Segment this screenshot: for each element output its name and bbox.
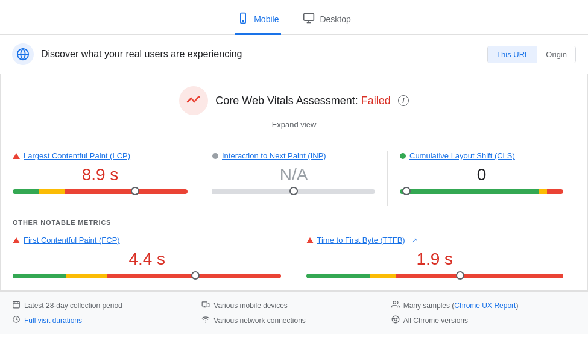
- ttfb-marker: [456, 271, 464, 280]
- fcp-bar: [13, 274, 282, 278]
- lcp-header: Largest Contentful Paint (LCP): [13, 151, 188, 160]
- assessment-icon: [179, 86, 208, 115]
- url-origin-toggle: This URL Origin: [487, 46, 576, 63]
- inp-marker: [289, 187, 298, 195]
- svg-rect-2: [304, 14, 314, 21]
- inp-value: N/A: [212, 165, 375, 184]
- ttfb-yellow-seg: [370, 274, 396, 278]
- lcp-red-seg: [65, 189, 188, 194]
- cls-indicator: [400, 153, 406, 159]
- lcp-bar: [13, 189, 188, 194]
- cls-bar: [400, 189, 563, 194]
- header-left: Discover what your real users are experi…: [12, 43, 242, 65]
- lcp-yellow-seg: [39, 189, 66, 194]
- cls-marker: [402, 187, 411, 195]
- ttfb-indicator: [306, 237, 314, 243]
- mobile-icon: [237, 12, 249, 26]
- header-bar: Discover what your real users are experi…: [0, 35, 588, 74]
- network-icon: [201, 315, 210, 325]
- ttfb-track: [306, 274, 564, 278]
- other-metrics-section: OTHER NOTABLE METRICS First Contentful P…: [13, 209, 575, 290]
- fcp-green-seg: [13, 274, 66, 278]
- svg-rect-14: [202, 302, 207, 306]
- assessment-status: Failed: [361, 95, 391, 107]
- header-title: Discover what your real users are experi…: [41, 49, 242, 60]
- origin-button[interactable]: Origin: [537, 46, 575, 63]
- tab-bar: Mobile Desktop: [0, 0, 588, 35]
- calendar-icon: [12, 300, 21, 310]
- devices-icon: [201, 300, 210, 310]
- cls-yellow-seg: [539, 189, 547, 194]
- metric-fcp: First Contentful Paint (FCP) 4.4 s: [13, 236, 294, 290]
- metric-inp: Interaction to Next Paint (INP) N/A: [200, 151, 388, 206]
- footer-collection-text: Latest 28-day collection period: [24, 301, 122, 310]
- ttfb-red-seg: [396, 274, 563, 278]
- metric-ttfb: Time to First Byte (TTFB) ↗ 1.9 s: [294, 236, 576, 290]
- other-metrics-label: OTHER NOTABLE METRICS: [13, 219, 575, 226]
- ttfb-green-seg: [306, 274, 371, 278]
- users-icon: [391, 300, 400, 310]
- tab-desktop[interactable]: Desktop: [300, 7, 353, 35]
- cls-value: 0: [400, 165, 563, 184]
- main-content: Core Web Vitals Assessment: Failed i Exp…: [0, 74, 588, 291]
- inp-bar: [212, 189, 375, 194]
- footer-item-chrome: All Chrome versions: [391, 315, 576, 325]
- ttfb-external-icon: ↗: [411, 236, 417, 245]
- fcp-value: 4.4 s: [13, 249, 282, 269]
- fcp-marker: [191, 271, 200, 280]
- timer-icon: [12, 315, 21, 325]
- metric-lcp: Largest Contentful Paint (LCP) 8.9 s: [13, 151, 200, 206]
- cls-name[interactable]: Cumulative Layout Shift (CLS): [409, 151, 515, 160]
- desktop-icon: [303, 12, 315, 26]
- lcp-value: 8.9 s: [13, 165, 188, 184]
- fcp-yellow-seg: [66, 274, 107, 278]
- full-visit-link[interactable]: Full visit durations: [24, 316, 82, 325]
- ttfb-header: Time to First Byte (TTFB) ↗: [306, 236, 564, 245]
- footer-network-text: Various network connections: [213, 316, 306, 325]
- ttfb-bar: [306, 274, 564, 278]
- footer-item-visits: Full visit durations: [12, 315, 197, 325]
- footer-chrome-text: All Chrome versions: [403, 316, 468, 325]
- svg-line-6: [188, 98, 191, 102]
- fcp-indicator: [13, 237, 20, 243]
- cls-green-seg: [400, 189, 539, 194]
- svg-line-8: [194, 97, 198, 102]
- cls-red-seg: [547, 189, 563, 194]
- lcp-green-seg: [13, 189, 39, 194]
- svg-rect-10: [13, 301, 20, 308]
- footer-item-network: Various network connections: [201, 315, 386, 325]
- chrome-ux-report-link[interactable]: Chrome UX Report: [454, 301, 516, 310]
- expand-view-button[interactable]: Expand view: [272, 120, 317, 129]
- tab-mobile[interactable]: Mobile: [235, 7, 281, 35]
- this-url-button[interactable]: This URL: [488, 46, 537, 63]
- lcp-indicator: [13, 153, 20, 159]
- svg-point-17: [393, 301, 396, 304]
- footer-item-devices: Various mobile devices: [201, 300, 386, 310]
- assessment-title: Core Web Vitals Assessment: Failed: [215, 95, 390, 107]
- assessment-info-icon[interactable]: i: [398, 95, 409, 106]
- fcp-header: First Contentful Paint (FCP): [13, 236, 282, 245]
- footer-item-samples: Many samples (Chrome UX Report): [391, 300, 576, 310]
- cls-track: [400, 189, 563, 194]
- chrome-icon: [391, 315, 400, 325]
- footer-devices-text: Various mobile devices: [213, 301, 288, 310]
- fcp-name[interactable]: First Contentful Paint (FCP): [24, 236, 120, 245]
- assessment-row: Core Web Vitals Assessment: Failed i: [179, 86, 408, 115]
- metric-cls: Cumulative Layout Shift (CLS) 0: [388, 151, 575, 206]
- inp-indicator: [212, 153, 218, 159]
- ttfb-name[interactable]: Time to First Byte (TTFB): [317, 236, 405, 245]
- cls-header: Cumulative Layout Shift (CLS): [400, 151, 563, 160]
- fcp-track: [13, 274, 282, 278]
- other-metrics-grid: First Contentful Paint (FCP) 4.4 s Time …: [13, 236, 575, 290]
- header-icon: [12, 43, 34, 65]
- inp-name[interactable]: Interaction to Next Paint (INP): [222, 151, 326, 160]
- inp-header: Interaction to Next Paint (INP): [212, 151, 375, 160]
- footer: Latest 28-day collection period Various …: [0, 291, 588, 334]
- footer-item-collection: Latest 28-day collection period: [12, 300, 197, 310]
- tab-desktop-label: Desktop: [320, 14, 350, 24]
- lcp-name[interactable]: Largest Contentful Paint (LCP): [24, 151, 130, 160]
- lcp-marker: [131, 187, 139, 195]
- core-metrics-grid: Largest Contentful Paint (LCP) 8.9 s Int…: [13, 139, 575, 206]
- tab-mobile-label: Mobile: [254, 14, 279, 24]
- lcp-track: [13, 189, 188, 194]
